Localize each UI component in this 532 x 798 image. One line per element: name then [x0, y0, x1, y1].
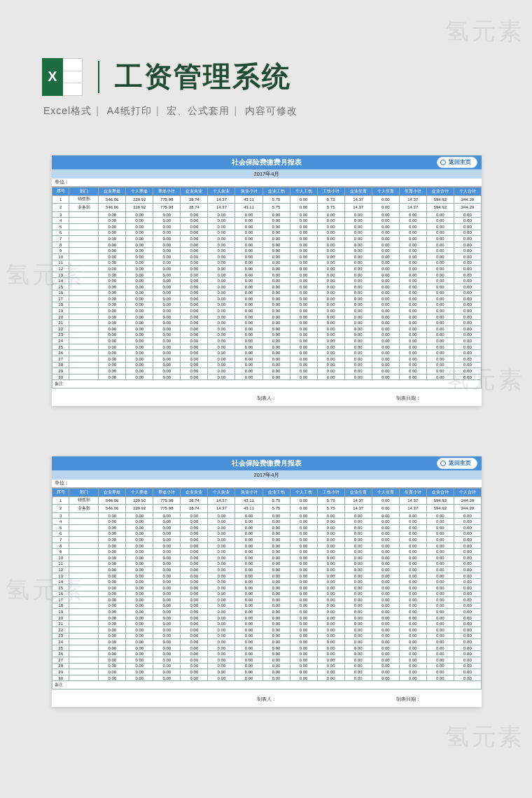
return-home-button[interactable]: 返回主页: [437, 458, 477, 469]
column-header: 企业工伤: [262, 489, 290, 497]
table-row: 240.000.000.000.000.000.000.000.000.000.…: [52, 639, 482, 645]
table-row: 30.000.000.000.000.000.000.000.000.000.0…: [52, 512, 482, 519]
table-row: 60.000.000.000.000.000.000.000.000.000.0…: [52, 531, 482, 537]
preparer-label: 制表人：: [196, 696, 337, 703]
sheet-date: 2017年4月: [52, 169, 482, 178]
table-row: 150.000.000.000.000.000.000.000.000.000.…: [52, 284, 482, 290]
table-row: 80.000.000.000.000.000.000.000.000.000.0…: [52, 241, 482, 248]
table-row: 90.000.000.000.000.000.000.000.000.000.0…: [52, 248, 482, 254]
table-row: 140.000.000.000.000.000.000.000.000.000.…: [52, 278, 482, 284]
column-header: 企业失业: [181, 489, 208, 497]
prepare-date-label: 制表日期：: [337, 696, 479, 703]
column-header: 生育小计: [399, 188, 426, 196]
table-row: 160.000.000.000.000.000.000.000.000.000.…: [52, 290, 482, 296]
divider: [98, 61, 99, 93]
table-row: 120.000.000.000.000.000.000.000.000.000.…: [52, 567, 482, 573]
table-row: 40.000.000.000.000.000.000.000.000.000.0…: [52, 218, 482, 224]
column-header: 生育小计: [399, 489, 426, 497]
column-header: 企业养老: [99, 489, 126, 497]
table-row: 170.000.000.000.000.000.000.000.000.000.…: [52, 296, 482, 302]
table-row: 130.000.000.000.000.000.000.000.000.000.…: [52, 272, 482, 278]
table-row: 180.000.000.000.000.000.000.000.000.000.…: [52, 302, 482, 308]
table-row: 50.000.000.000.000.000.000.000.000.000.0…: [52, 223, 482, 230]
table-row: 1销售部546.06229.92775.9828.7414.3743.115.7…: [52, 195, 482, 204]
watermark: 氢元素: [445, 721, 525, 753]
column-header: 企业生育: [344, 489, 372, 497]
table-row: 270.000.000.000.000.000.000.000.000.000.…: [52, 356, 482, 363]
table-row: 140.000.000.000.000.000.000.000.000.000.…: [52, 579, 482, 585]
column-header: 企业失业: [181, 188, 208, 196]
table-row: 290.000.000.000.000.000.000.000.000.000.…: [52, 368, 482, 374]
table-row: 280.000.000.000.000.000.000.000.000.000.…: [52, 362, 482, 368]
table-row: 220.000.000.000.000.000.000.000.000.000.…: [52, 326, 482, 332]
table-row: 200.000.000.000.000.000.000.000.000.000.…: [52, 314, 482, 320]
sheet-date: 2017年4月: [52, 470, 482, 479]
table-row: 110.000.000.000.000.000.000.000.000.000.…: [52, 561, 482, 567]
page-header: X 工资管理系统: [42, 57, 508, 96]
sub-macro: 宏、公式套用: [167, 105, 230, 116]
sheet-title: 社会保险费缴费月报表 返回主页: [52, 456, 482, 470]
table-row: 60.000.000.000.000.000.000.000.000.000.0…: [52, 230, 482, 236]
column-header: 企业工伤: [262, 188, 290, 196]
sheet-title: 社会保险费缴费月报表 返回主页: [52, 155, 482, 169]
page-title: 工资管理系统: [115, 57, 291, 96]
table-row: 1销售部546.06229.92775.9828.7414.3743.115.7…: [52, 496, 482, 505]
table-row: 2业务部546.06229.92775.9828.7414.3743.115.7…: [52, 204, 482, 212]
table-row: 190.000.000.000.000.000.000.000.000.000.…: [52, 308, 482, 314]
column-header: 企业合计: [426, 489, 454, 497]
sub-format: Excel格式: [43, 105, 92, 116]
table-row: 250.000.000.000.000.000.000.000.000.000.…: [52, 645, 482, 651]
table-row: 100.000.000.000.000.000.000.000.000.000.…: [52, 253, 482, 260]
column-header: 个人养老: [126, 489, 153, 497]
table-row: 80.000.000.000.000.000.000.000.000.000.0…: [52, 542, 482, 549]
column-header: 养老小计: [153, 489, 181, 497]
preparer-label: 制表人：: [196, 396, 337, 402]
sub-print: A4纸打印: [107, 105, 152, 116]
table-row: 290.000.000.000.000.000.000.000.000.000.…: [52, 669, 482, 676]
table-row: 230.000.000.000.000.000.000.000.000.000.…: [52, 332, 482, 338]
column-header: 企业合计: [426, 188, 454, 196]
unit-label: 单位：: [55, 480, 69, 486]
column-header: 失业小计: [235, 188, 262, 196]
table-row: 120.000.000.000.000.000.000.000.000.000.…: [52, 266, 482, 272]
table-row: 260.000.000.000.000.000.000.000.000.000.…: [52, 350, 482, 356]
table-row: 210.000.000.000.000.000.000.000.000.000.…: [52, 320, 482, 326]
column-header: 失业小计: [235, 489, 262, 497]
table-row: 30.000.000.000.000.000.000.000.000.000.0…: [52, 211, 482, 218]
table-row: 200.000.000.000.000.000.000.000.000.000.…: [52, 615, 482, 621]
excel-book-icon: X: [42, 58, 63, 96]
column-header: 个人养老: [126, 188, 153, 196]
column-header: 序号: [52, 489, 69, 497]
table-row: 50.000.000.000.000.000.000.000.000.000.0…: [52, 524, 482, 531]
table-row: 130.000.000.000.000.000.000.000.000.000.…: [52, 573, 482, 579]
column-header: 个人合计: [454, 188, 481, 196]
table-row: 240.000.000.000.000.000.000.000.000.000.…: [52, 338, 482, 344]
insurance-table: 序号部门企业养老个人养老养老小计企业失业个人失业失业小计企业工伤个人工伤工伤小计…: [52, 187, 482, 388]
column-header: 养老小计: [153, 188, 181, 196]
prepare-date-label: 制表日期：: [337, 396, 479, 402]
column-header: 个人失业: [208, 489, 235, 497]
column-header: 工伤小计: [317, 188, 344, 196]
table-row: 300.000.000.000.000.000.000.000.000.000.…: [52, 374, 482, 380]
table-row: 40.000.000.000.000.000.000.000.000.000.0…: [52, 519, 482, 525]
column-header: 个人合计: [454, 489, 481, 497]
table-row: 70.000.000.000.000.000.000.000.000.000.0…: [52, 537, 482, 543]
column-header: 工伤小计: [317, 489, 344, 497]
table-row: 250.000.000.000.000.000.000.000.000.000.…: [52, 344, 482, 350]
table-row: 160.000.000.000.000.000.000.000.000.000.…: [52, 591, 482, 597]
table-row: 150.000.000.000.000.000.000.000.000.000.…: [52, 584, 482, 591]
table-row: 190.000.000.000.000.000.000.000.000.000.…: [52, 609, 482, 615]
insurance-table: 序号部门企业养老个人养老养老小计企业失业个人失业失业小计企业工伤个人工伤工伤小计…: [52, 488, 482, 690]
table-header-row: 序号部门企业养老个人养老养老小计企业失业个人失业失业小计企业工伤个人工伤工伤小计…: [52, 188, 482, 196]
excel-icon: X: [42, 58, 83, 96]
sub-edit: 内容可修改: [245, 105, 298, 116]
column-header: 序号: [52, 188, 69, 196]
table-header-row: 序号部门企业养老个人养老养老小计企业失业个人失业失业小计企业工伤个人工伤工伤小计…: [52, 489, 482, 497]
table-row: 70.000.000.000.000.000.000.000.000.000.0…: [52, 236, 482, 242]
column-header: 部门: [69, 489, 99, 497]
table-row: 90.000.000.000.000.000.000.000.000.000.0…: [52, 549, 482, 555]
column-header: 个人工伤: [290, 489, 317, 497]
column-header: 个人生育: [372, 489, 399, 497]
table-row: 300.000.000.000.000.000.000.000.000.000.…: [52, 675, 482, 681]
return-home-button[interactable]: 返回主页: [437, 157, 477, 168]
